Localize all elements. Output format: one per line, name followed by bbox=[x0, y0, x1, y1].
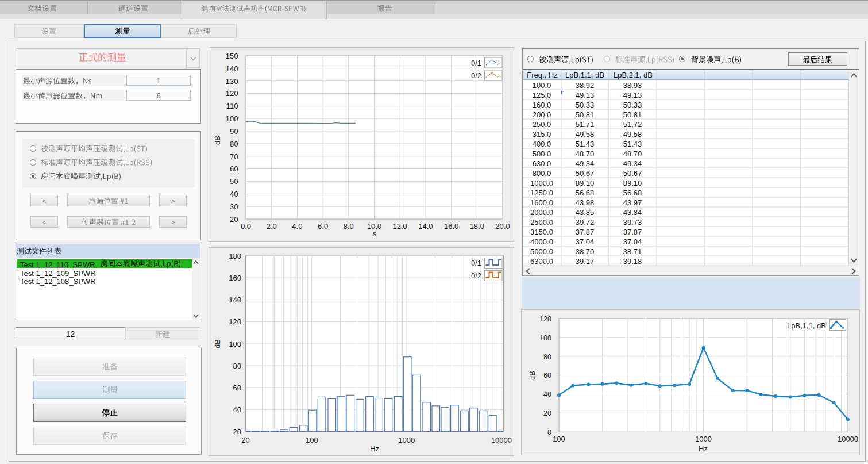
svg-text:51.72: 51.72 bbox=[623, 120, 642, 129]
svg-text:39.18: 39.18 bbox=[623, 257, 642, 266]
svg-text:6.0: 6.0 bbox=[318, 222, 328, 231]
svg-text:630.0: 630.0 bbox=[533, 159, 551, 168]
svg-text:100: 100 bbox=[539, 334, 551, 342]
svg-text:400.0: 400.0 bbox=[533, 140, 551, 148]
svg-text:dB: dB bbox=[213, 339, 222, 348]
svg-text:38.71: 38.71 bbox=[623, 247, 642, 256]
svg-text:37.04: 37.04 bbox=[576, 237, 595, 246]
svg-text:0.0: 0.0 bbox=[241, 222, 251, 231]
svg-text:6300.0: 6300.0 bbox=[530, 257, 553, 266]
svg-text:20: 20 bbox=[230, 215, 238, 224]
svg-text:200.0: 200.0 bbox=[533, 110, 551, 119]
svg-text:5000.0: 5000.0 bbox=[530, 247, 553, 256]
svg-text:50.67: 50.67 bbox=[623, 169, 642, 178]
svg-text:43.85: 43.85 bbox=[576, 208, 595, 217]
svg-text:40: 40 bbox=[543, 390, 551, 398]
svg-text:40: 40 bbox=[230, 190, 238, 198]
svg-text:0/1: 0/1 bbox=[471, 259, 481, 267]
svg-text:60: 60 bbox=[233, 384, 241, 392]
svg-text:49.34: 49.34 bbox=[576, 159, 595, 168]
svg-text:49.13: 49.13 bbox=[576, 91, 595, 99]
svg-text:8.0: 8.0 bbox=[344, 222, 354, 231]
svg-text:89.10: 89.10 bbox=[623, 179, 642, 187]
svg-text:100: 100 bbox=[229, 340, 241, 348]
svg-text:80: 80 bbox=[233, 362, 241, 370]
svg-text:39.17: 39.17 bbox=[576, 257, 595, 266]
svg-text:89.10: 89.10 bbox=[576, 179, 595, 187]
svg-text:1600.0: 1600.0 bbox=[530, 198, 553, 207]
svg-text:100: 100 bbox=[306, 436, 318, 444]
svg-text:1000: 1000 bbox=[695, 435, 712, 443]
svg-text:20: 20 bbox=[241, 436, 249, 444]
svg-text:1250.0: 1250.0 bbox=[530, 189, 553, 197]
svg-text:49.34: 49.34 bbox=[623, 159, 642, 168]
svg-text:Hz: Hz bbox=[699, 444, 708, 453]
svg-text:LpB,1,1, dB: LpB,1,1, dB bbox=[565, 71, 604, 79]
svg-text:30: 30 bbox=[230, 202, 238, 211]
svg-text:1000.0: 1000.0 bbox=[530, 179, 553, 187]
svg-text:4000.0: 4000.0 bbox=[530, 237, 553, 246]
svg-text:38.93: 38.93 bbox=[623, 81, 642, 90]
svg-text:0: 0 bbox=[547, 428, 551, 436]
svg-text:49.13: 49.13 bbox=[623, 91, 642, 99]
svg-text:50.67: 50.67 bbox=[576, 169, 595, 178]
svg-text:110: 110 bbox=[226, 102, 238, 110]
svg-text:500.0: 500.0 bbox=[533, 149, 551, 158]
svg-text:49.58: 49.58 bbox=[623, 130, 642, 139]
svg-text:18.0: 18.0 bbox=[470, 222, 484, 231]
svg-text:250.0: 250.0 bbox=[533, 120, 551, 129]
svg-text:120: 120 bbox=[229, 317, 241, 326]
svg-text:dB: dB bbox=[528, 371, 537, 380]
svg-text:39.73: 39.73 bbox=[623, 218, 642, 227]
svg-text:20.0: 20.0 bbox=[495, 222, 510, 231]
svg-text:3150.0: 3150.0 bbox=[530, 228, 553, 236]
svg-text:150: 150 bbox=[226, 52, 238, 60]
svg-text:Freq., Hz: Freq., Hz bbox=[527, 71, 557, 79]
svg-text:120: 120 bbox=[539, 315, 551, 323]
svg-text:180: 180 bbox=[229, 252, 241, 260]
svg-text:10000: 10000 bbox=[838, 435, 858, 443]
svg-text:315.0: 315.0 bbox=[533, 130, 551, 139]
svg-text:51.71: 51.71 bbox=[576, 120, 595, 129]
svg-text:LpB,1,1, dB: LpB,1,1, dB bbox=[787, 321, 826, 330]
svg-text:130: 130 bbox=[226, 77, 238, 86]
svg-text:37.04: 37.04 bbox=[623, 237, 642, 246]
svg-text:20: 20 bbox=[543, 409, 551, 417]
svg-text:140: 140 bbox=[229, 296, 241, 304]
svg-text:40: 40 bbox=[233, 405, 241, 414]
svg-text:160.0: 160.0 bbox=[533, 101, 551, 109]
svg-text:2500.0: 2500.0 bbox=[530, 218, 553, 227]
svg-text:50.81: 50.81 bbox=[623, 110, 642, 119]
svg-text:48.70: 48.70 bbox=[623, 149, 642, 158]
svg-text:50.33: 50.33 bbox=[623, 101, 642, 109]
svg-text:56.68: 56.68 bbox=[576, 189, 595, 197]
svg-text:50.33: 50.33 bbox=[576, 101, 595, 109]
svg-text:1000: 1000 bbox=[398, 436, 415, 444]
svg-text:43.98: 43.98 bbox=[576, 198, 595, 207]
svg-text:38.92: 38.92 bbox=[576, 81, 595, 90]
svg-text:10000: 10000 bbox=[491, 436, 512, 444]
svg-text:2000.0: 2000.0 bbox=[530, 208, 553, 217]
svg-text:43.97: 43.97 bbox=[623, 198, 642, 207]
svg-text:100: 100 bbox=[553, 435, 565, 443]
svg-text:16.0: 16.0 bbox=[444, 222, 458, 231]
svg-text:s: s bbox=[373, 229, 377, 238]
svg-text:37.87: 37.87 bbox=[576, 228, 595, 236]
svg-text:80: 80 bbox=[543, 353, 551, 361]
svg-text:49.58: 49.58 bbox=[576, 130, 595, 139]
svg-text:56.68: 56.68 bbox=[623, 189, 642, 197]
svg-text:43.84: 43.84 bbox=[623, 208, 642, 217]
svg-text:2.0: 2.0 bbox=[267, 222, 277, 231]
svg-text:90: 90 bbox=[230, 127, 238, 136]
svg-text:60: 60 bbox=[543, 371, 551, 379]
svg-text:51.43: 51.43 bbox=[576, 140, 595, 148]
svg-text:38.70: 38.70 bbox=[576, 247, 595, 256]
svg-text:120: 120 bbox=[226, 89, 238, 98]
svg-text:51.43: 51.43 bbox=[623, 140, 642, 148]
svg-text:37.87: 37.87 bbox=[623, 228, 642, 236]
svg-text:100: 100 bbox=[226, 114, 238, 123]
svg-text:80: 80 bbox=[230, 140, 238, 148]
svg-text:12.0: 12.0 bbox=[393, 222, 407, 231]
svg-text:50: 50 bbox=[230, 177, 238, 186]
svg-text:14.0: 14.0 bbox=[418, 222, 433, 231]
